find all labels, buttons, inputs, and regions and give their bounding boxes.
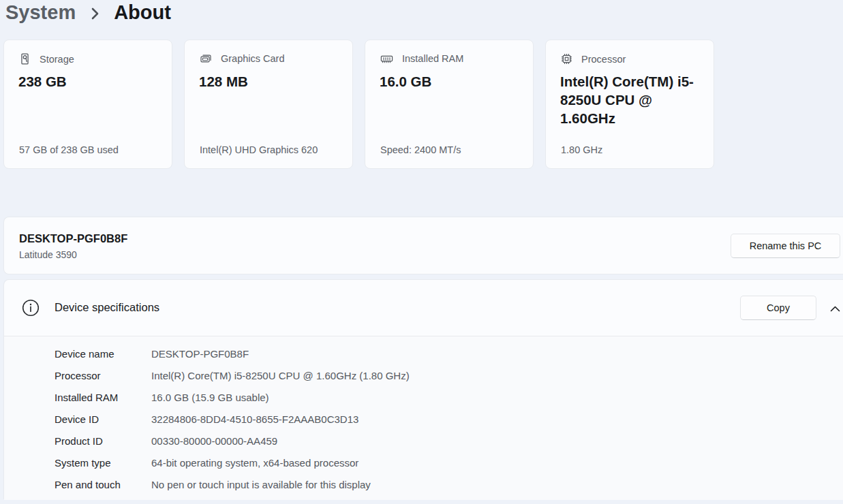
graphics-card-value: 128 MB [199,72,339,91]
device-specifications-header[interactable]: Device specifications Copy [4,280,843,336]
storage-card-title: Storage [40,54,74,65]
graphics-card-title: Graphics Card [221,53,284,64]
spec-row-processor: Processor Intel(R) Core(TM) i5-8250U CPU… [4,364,843,386]
spec-label: Processor [55,370,151,381]
installed-ram-card: Installed RAM 16.0 GB Speed: 2400 MT/s [365,40,534,169]
storage-card-value: 238 GB [18,72,158,91]
spec-value: No pen or touch input is available for t… [151,479,371,490]
info-icon [22,299,40,319]
rename-pc-button[interactable]: Rename this PC [731,234,840,258]
settings-about-page: System About Storage 238 GB 57 GB of 238… [0,0,843,504]
spec-value: 16.0 GB (15.9 GB usable) [151,392,269,403]
ram-stick-icon [380,54,393,64]
hard-drive-icon [19,53,31,65]
spec-row-device-id: Device ID 32284806-8DD4-4510-8655-F2AAAB… [4,408,843,430]
spec-label: Device name [55,348,151,360]
spec-label: System type [55,457,151,469]
spec-value: 64-bit operating system, x64-based proce… [151,457,358,469]
device-model: Latitude 3590 [19,249,77,260]
copy-button[interactable]: Copy [740,296,816,320]
processor-title: Processor [581,54,626,65]
device-specifications-title: Device specifications [55,301,159,314]
breadcrumb-about: About [114,1,171,24]
processor-subtitle: 1.80 GHz [561,144,602,155]
graphics-card-card: Graphics Card 128 MB Intel(R) UHD Graphi… [184,40,353,169]
installed-ram-title: Installed RAM [402,53,463,64]
storage-card: Storage 238 GB 57 GB of 238 GB used [3,40,172,169]
spec-label: Pen and touch [55,479,151,490]
breadcrumb-chevron-icon [89,6,100,21]
graphics-card-icon [200,53,212,64]
processor-card: Processor Intel(R) Core(TM) i5-8250U CPU… [545,40,714,169]
spec-row-product-id: Product ID 00330-80000-00000-AA459 [4,430,843,452]
spec-row-device-name: Device name DESKTOP-PGF0B8F [4,343,843,364]
spec-value: 32284806-8DD4-4510-8655-F2AAAB0C3D13 [151,413,358,425]
spec-label: Installed RAM [55,392,151,403]
cpu-chip-icon [561,53,572,65]
spec-row-installed-ram: Installed RAM 16.0 GB (15.9 GB usable) [4,386,843,408]
device-name-panel: DESKTOP-PGF0B8F Latitude 3590 Rename thi… [3,217,843,274]
device-specifications-body: Device name DESKTOP-PGF0B8F Processor In… [4,336,843,500]
spec-label: Product ID [55,435,151,447]
breadcrumb: System About [5,0,171,27]
breadcrumb-system[interactable]: System [5,1,76,24]
spec-row-pen-and-touch: Pen and touch No pen or touch input is a… [4,473,843,495]
device-name: DESKTOP-PGF0B8F [19,232,127,245]
spec-value: Intel(R) Core(TM) i5-8250U CPU @ 1.60GHz… [151,370,410,381]
spec-row-system-type: System type 64-bit operating system, x64… [4,452,843,473]
processor-value: Intel(R) Core(TM) i5-8250U CPU @ 1.60GHz [560,72,700,127]
graphics-card-subtitle: Intel(R) UHD Graphics 620 [200,144,318,155]
spec-value: 00330-80000-00000-AA459 [151,435,277,447]
spec-value: DESKTOP-PGF0B8F [151,348,249,360]
installed-ram-value: 16.0 GB [380,72,519,91]
installed-ram-subtitle: Speed: 2400 MT/s [380,144,461,155]
chevron-up-icon[interactable] [825,300,843,317]
storage-card-subtitle: 57 GB of 238 GB used [19,144,119,155]
spec-label: Device ID [55,413,151,425]
device-specifications-panel: Device specifications Copy Device name D… [3,279,843,499]
